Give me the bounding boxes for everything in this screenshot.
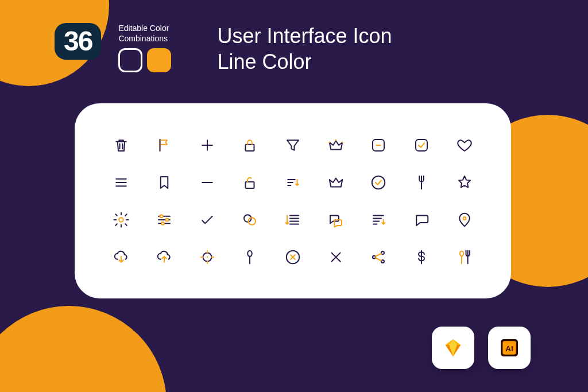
icon-grid-panel <box>75 103 511 298</box>
list-down-icon <box>284 211 301 228</box>
svg-point-8 <box>119 218 124 222</box>
title: User Interface Icon Line Color <box>217 23 392 75</box>
illustrator-app-icon: Ai <box>488 327 531 369</box>
check-square-icon <box>413 137 430 154</box>
flag-icon <box>156 137 173 154</box>
crown-icon <box>327 137 345 154</box>
header: 36 Editable Color Combinations User Inte… <box>55 23 554 75</box>
location-icon <box>456 211 473 228</box>
sliders-icon <box>156 211 173 228</box>
x-icon <box>327 249 345 266</box>
swatch-outline <box>118 48 142 72</box>
svg-point-11 <box>161 222 164 224</box>
svg-point-22 <box>460 251 463 256</box>
bookmark-icon <box>156 174 173 191</box>
svg-text:Ai: Ai <box>505 344 513 353</box>
svg-point-10 <box>165 218 168 221</box>
title-line-1: User Interface Icon <box>217 23 392 49</box>
utensils-icon <box>456 249 473 266</box>
spoon-icon <box>241 249 258 266</box>
svg-rect-6 <box>246 181 254 188</box>
swatch-fill <box>147 48 171 72</box>
fork-icon <box>413 174 430 191</box>
trash-icon <box>113 137 130 154</box>
x-circle-icon <box>284 249 301 266</box>
comments-icon <box>327 211 345 228</box>
share-icon <box>370 249 387 266</box>
target-icon <box>199 249 216 266</box>
svg-point-14 <box>463 217 466 220</box>
heart-icon <box>456 137 473 154</box>
editable-block: Editable Color Combinations <box>118 23 171 72</box>
app-badges: Ai <box>432 327 531 369</box>
menu-icon <box>113 174 130 191</box>
svg-point-2 <box>335 139 336 141</box>
dollar-icon <box>413 249 430 266</box>
svg-rect-5 <box>416 139 427 151</box>
text-down-icon <box>370 211 387 228</box>
check-circle-icon <box>370 174 387 191</box>
check-icon <box>199 211 216 228</box>
svg-rect-0 <box>246 144 254 150</box>
svg-point-9 <box>160 215 163 218</box>
title-line-2: Line Color <box>217 49 392 75</box>
speech-icon <box>413 211 430 228</box>
funnel-icon <box>284 137 301 154</box>
svg-point-1 <box>328 141 330 143</box>
crown-outline-icon <box>327 174 345 191</box>
svg-point-16 <box>206 256 208 258</box>
count-badge: 36 <box>55 23 101 60</box>
settings-icon <box>113 211 130 228</box>
star-icon <box>456 174 473 191</box>
lock-icon <box>241 137 258 154</box>
sketch-app-icon <box>432 327 474 369</box>
cloud-download-icon <box>113 249 130 266</box>
svg-point-17 <box>248 250 253 256</box>
svg-point-3 <box>342 141 343 143</box>
svg-point-7 <box>372 176 385 189</box>
plus-icon <box>199 137 216 154</box>
color-swatches <box>118 48 171 72</box>
minus-icon <box>199 174 216 191</box>
unlock-icon <box>241 174 258 191</box>
editable-label-2: Combinations <box>118 33 171 44</box>
sort-down-icon <box>284 174 301 191</box>
minus-square-icon <box>370 137 387 154</box>
chat-bubbles-icon <box>241 211 258 228</box>
cloud-upload-icon <box>156 249 173 266</box>
decor-circle <box>0 306 167 392</box>
editable-label-1: Editable Color <box>118 23 171 33</box>
